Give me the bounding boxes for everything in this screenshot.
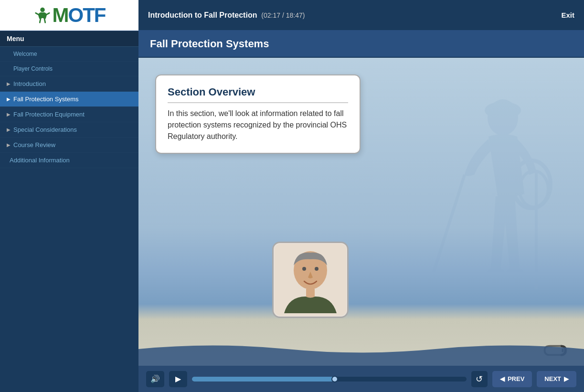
card-text: In this section, we'll look at informati… [168, 108, 348, 142]
presenter-avatar-svg [275, 244, 346, 316]
volume-icon: 🔊 [150, 374, 160, 383]
sidebar-item-fall-protection-systems[interactable]: ▶ Fall Protection Systems [0, 92, 138, 107]
arrow-icon-fpe: ▶ [7, 112, 11, 117]
svg-point-2 [485, 102, 521, 119]
sidebar-item-player-controls-label: Player Controls [13, 65, 53, 72]
reload-icon: ↺ [476, 374, 483, 384]
logo-otf: OTF [68, 4, 106, 27]
volume-button[interactable]: 🔊 [146, 371, 164, 387]
svg-point-6 [520, 171, 548, 207]
play-button[interactable]: ▶ [169, 371, 187, 387]
logo-m: M [53, 4, 68, 27]
sidebar-item-cr-label: Course Review [13, 141, 55, 148]
logo-icon [33, 6, 52, 24]
sidebar-item-introduction-label: Introduction [13, 80, 46, 87]
course-title: Introduction to Fall Protection (02:17 /… [138, 11, 561, 20]
arrow-icon-cr: ▶ [7, 142, 11, 148]
controls-bar: 🔊 ▶ ↺ ◀ PREV NEXT ▶ [138, 366, 584, 392]
sidebar-item-special-considerations[interactable]: ▶ Special Considerations [0, 122, 138, 138]
progress-fill [192, 377, 335, 381]
ground-wave [138, 337, 584, 366]
menu-label: Menu [0, 31, 138, 47]
prev-button[interactable]: ◀ PREV [492, 371, 532, 387]
arrow-icon-introduction: ▶ [7, 81, 11, 86]
slide-area: Section Overview In this section, we'll … [138, 58, 584, 366]
overview-card: Section Overview In this section, we'll … [155, 74, 361, 154]
sidebar-item-player-controls[interactable]: Player Controls [0, 62, 138, 76]
next-label: NEXT [544, 375, 561, 382]
course-title-text: Introduction to Fall Protection [148, 11, 257, 19]
menu-items: Welcome Player Controls ▶ Introduction ▶… [0, 47, 138, 168]
reload-button[interactable]: ↺ [471, 371, 488, 387]
section-header: Fall Protection Systems [138, 31, 584, 58]
top-bar: M OTF Introduction to Fall Protection (0… [0, 0, 584, 31]
svg-point-4 [506, 268, 523, 277]
prev-chevron-icon: ◀ [500, 375, 505, 382]
sidebar-item-course-review[interactable]: ▶ Course Review [0, 138, 138, 153]
play-icon: ▶ [175, 374, 181, 383]
progress-thumb [331, 376, 338, 382]
svg-point-0 [40, 7, 45, 12]
prev-label: PREV [508, 375, 524, 382]
svg-rect-13 [306, 289, 315, 297]
sidebar-item-introduction[interactable]: ▶ Introduction [0, 76, 138, 92]
sidebar-item-fall-protection-equipment[interactable]: ▶ Fall Protection Equipment [0, 107, 138, 122]
svg-point-11 [302, 267, 306, 271]
sidebar-item-welcome-label: Welcome [13, 51, 37, 57]
exit-button[interactable]: Exit [561, 11, 574, 19]
logo-area: M OTF [0, 0, 138, 31]
card-title: Section Overview [168, 86, 348, 103]
arrow-icon-fps: ▶ [7, 96, 11, 102]
section-title: Fall Protection Systems [150, 38, 269, 50]
sidebar-item-welcome[interactable]: Welcome [0, 47, 138, 62]
sidebar-item-fps-label: Fall Protection Systems [13, 95, 79, 103]
main-layout: Menu Welcome Player Controls ▶ Introduct… [0, 31, 584, 392]
sidebar-item-ai-label: Additional Information [10, 157, 70, 164]
sidebar-item-fpe-label: Fall Protection Equipment [13, 111, 85, 118]
svg-point-3 [487, 268, 504, 277]
course-time: (02:17 / 18:47) [261, 11, 305, 19]
sidebar: Menu Welcome Player Controls ▶ Introduct… [0, 31, 138, 392]
sidebar-item-sc-label: Special Considerations [13, 126, 77, 133]
next-button[interactable]: NEXT ▶ [537, 371, 576, 387]
svg-point-12 [315, 267, 319, 271]
progress-bar[interactable] [192, 377, 467, 381]
presenter-photo [272, 242, 349, 318]
arrow-icon-sc: ▶ [7, 127, 11, 132]
content-area: Fall Protection Systems [138, 31, 584, 392]
next-chevron-icon: ▶ [564, 375, 569, 382]
svg-line-7 [431, 175, 465, 280]
sidebar-item-additional-info[interactable]: Additional Information [0, 153, 138, 168]
background-silhouette [393, 58, 555, 366]
